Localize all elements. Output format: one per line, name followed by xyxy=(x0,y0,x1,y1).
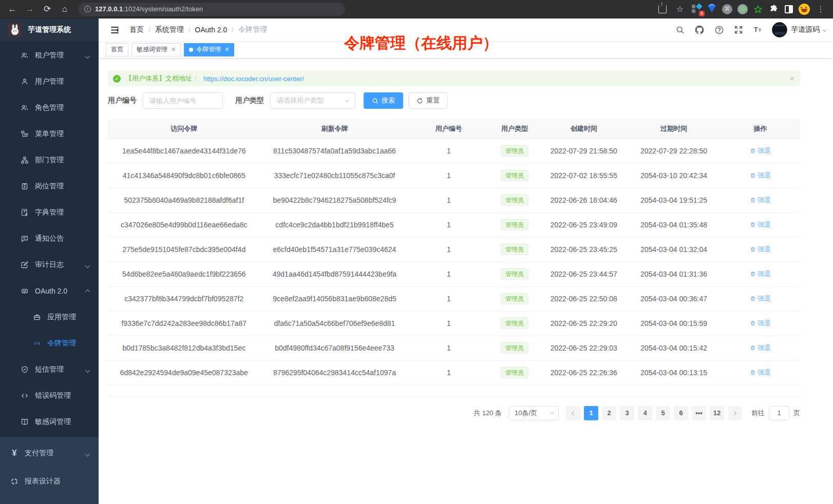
active-dot xyxy=(189,48,193,52)
search-icon[interactable] xyxy=(674,24,686,35)
doc-link[interactable]: https://doc.iocoder.cn/user-center/ xyxy=(203,75,304,83)
force-logout-button[interactable]: 强退 xyxy=(750,343,771,353)
tab-home[interactable]: 首页 xyxy=(106,43,128,56)
sidebar-item-report-designer[interactable]: 报表设计器 xyxy=(0,467,99,495)
font-size-icon[interactable]: TT xyxy=(752,24,764,35)
breadcrumb-system[interactable]: 系统管理 xyxy=(155,25,184,34)
site-info-icon[interactable]: i xyxy=(84,6,91,12)
extension-command-icon[interactable]: ⌘ xyxy=(721,3,733,15)
force-logout-button[interactable]: 强退 xyxy=(750,245,771,254)
browser-menu-icon[interactable]: ⋮ xyxy=(813,2,828,16)
next-page-button[interactable] xyxy=(728,406,742,420)
github-icon[interactable] xyxy=(694,24,705,35)
browser-forward-button[interactable]: → xyxy=(23,2,37,16)
browser-home-button[interactable]: ⌂ xyxy=(58,2,72,16)
close-icon[interactable]: ✕ xyxy=(224,46,229,53)
user-menu[interactable]: 芋道源码 xyxy=(772,22,826,37)
force-logout-button[interactable]: 强退 xyxy=(750,220,771,229)
red-annotation-title: 令牌管理（在线用户） xyxy=(344,33,498,54)
prev-page-button[interactable] xyxy=(566,406,580,420)
force-logout-button[interactable]: 强退 xyxy=(750,196,771,205)
force-logout-button[interactable]: 强退 xyxy=(750,269,771,279)
page-number-button[interactable]: 3 xyxy=(620,406,634,420)
force-logout-button[interactable]: 强退 xyxy=(750,171,771,180)
force-logout-button[interactable]: 强退 xyxy=(750,319,771,328)
sidebar-item-oauth-app[interactable]: 应用管理 xyxy=(0,304,99,330)
extension-star-icon[interactable] xyxy=(752,3,764,15)
user-type-badge: 管理员 xyxy=(501,145,528,157)
sidebar-item-role[interactable]: 角色管理 xyxy=(0,94,99,121)
force-logout-button[interactable]: 强退 xyxy=(750,294,771,303)
user-type-select[interactable]: 请选择用户类型 xyxy=(270,92,355,109)
action-cell: 强退 xyxy=(721,163,800,188)
refresh-token-cell: be90422b8c7946218275a508bf524fc9 xyxy=(260,188,409,212)
alert-close-icon[interactable]: ✕ xyxy=(789,74,795,83)
tab-sensitive-word[interactable]: 敏感词管理✕ xyxy=(131,43,181,56)
user-id-cell: 1 xyxy=(409,139,488,163)
sidebar-item-oauth-token[interactable]: A 令牌管理 xyxy=(0,330,99,356)
sidebar-item-sms[interactable]: 短信管理 xyxy=(0,356,99,382)
page-number-button[interactable]: 6 xyxy=(674,406,688,420)
search-button[interactable]: 搜索 xyxy=(364,92,403,109)
address-bar[interactable]: i 127.0.0.1:1024/system/oauth2/token xyxy=(78,3,345,16)
trash-icon xyxy=(750,370,756,376)
sidebar-item-tenant[interactable]: 租户管理 xyxy=(0,42,99,68)
page-number-button[interactable]: ••• xyxy=(692,406,706,420)
sidebar-item-error-code[interactable]: 错误码管理 xyxy=(0,382,99,409)
force-logout-button[interactable]: 强退 xyxy=(750,146,771,156)
action-cell: 强退 xyxy=(721,311,800,336)
user-id-label: 用户编号 xyxy=(108,96,137,105)
reset-button[interactable]: 重置 xyxy=(408,92,448,109)
user-id-input[interactable] xyxy=(143,92,223,109)
sidebar-item-dict[interactable]: 字典管理 xyxy=(0,199,99,225)
user-type-cell: 管理员 xyxy=(488,237,540,262)
sidebar-item-dept[interactable]: 部门管理 xyxy=(0,147,99,173)
sidebar-item-audit-log[interactable]: 审计日志 xyxy=(0,251,99,278)
tab-oauth-token[interactable]: 令牌管理✕ xyxy=(184,43,234,56)
sidebar-item-oauth2[interactable]: OAuth 2.0 xyxy=(0,278,99,304)
sidebar-item-menu-mgmt[interactable]: 菜单管理 xyxy=(0,121,99,147)
browser-back-button[interactable]: ← xyxy=(5,2,20,16)
user-type-badge: 管理员 xyxy=(501,195,528,206)
sidebar: 芋道管理系统 租户管理 用户管理 角色管理 菜单管理 部门管理 xyxy=(0,18,99,504)
browser-toolbar: ← → ⟳ ⌂ i 127.0.0.1:1024/system/oauth2/t… xyxy=(0,0,833,18)
sidebar-menu: 租户管理 用户管理 角色管理 菜单管理 部门管理 岗位管理 xyxy=(0,41,99,437)
page-size-select[interactable]: 10条/页 xyxy=(509,406,559,420)
page-number-button[interactable]: 12 xyxy=(710,406,724,420)
extensions-puzzle-icon[interactable] xyxy=(767,3,780,15)
extension-grid-icon[interactable]: 9 xyxy=(690,3,703,15)
browser-reload-button[interactable]: ⟳ xyxy=(40,2,54,16)
goto-page-input[interactable] xyxy=(769,406,789,420)
sidebar-item-sensitive-word[interactable]: 敏感词管理 xyxy=(0,409,99,435)
user-id-cell: 1 xyxy=(409,212,488,237)
force-logout-button[interactable]: 强退 xyxy=(750,368,771,377)
expire-time-cell: 2054-03-04 01:35:48 xyxy=(627,212,721,237)
breadcrumb-oauth[interactable]: OAuth 2.0 xyxy=(195,26,227,34)
bookmark-star-icon[interactable]: ☆ xyxy=(673,2,687,16)
access-token-cell: 275e5de9151045fe87cbdc395e004f4d xyxy=(108,237,260,262)
trash-icon xyxy=(750,246,756,253)
sidebar-item-notice[interactable]: 通知公告 xyxy=(0,225,99,251)
share-icon[interactable] xyxy=(655,2,670,16)
side-panel-icon[interactable] xyxy=(783,3,795,15)
profile-avatar-icon[interactable] xyxy=(798,3,810,15)
create-time-cell: 2022-06-25 22:26:36 xyxy=(540,360,627,385)
extension-record-icon[interactable] xyxy=(736,3,749,15)
fullscreen-icon[interactable] xyxy=(733,24,744,35)
page-number-button[interactable]: 1 xyxy=(584,406,598,420)
page-number-button[interactable]: 5 xyxy=(656,406,670,420)
page-number-button[interactable]: 4 xyxy=(638,406,652,420)
page-number-button[interactable]: 2 xyxy=(602,406,616,420)
breadcrumb-home[interactable]: 首页 xyxy=(129,25,144,34)
close-icon[interactable]: ✕ xyxy=(171,46,176,53)
user-avatar xyxy=(772,22,787,37)
extension-gem-icon[interactable] xyxy=(706,3,718,15)
user-type-badge: 管理员 xyxy=(501,170,528,181)
sidebar-item-post[interactable]: 岗位管理 xyxy=(0,173,99,199)
sidebar-item-user[interactable]: 用户管理 xyxy=(0,68,99,94)
collapse-sidebar-icon[interactable] xyxy=(106,21,123,38)
help-icon[interactable] xyxy=(713,24,725,35)
app-logo-row[interactable]: 芋道管理系统 xyxy=(0,18,99,41)
sidebar-item-pay[interactable]: ¥ 支付管理 xyxy=(0,439,99,467)
trash-icon xyxy=(750,172,756,179)
